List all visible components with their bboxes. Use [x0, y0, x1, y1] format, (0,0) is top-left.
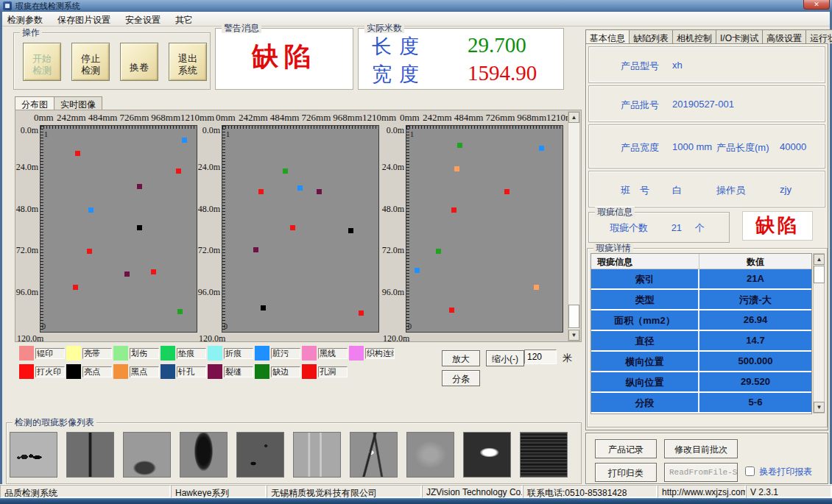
app-icon — [3, 1, 12, 10]
defect-thumbnail-10[interactable] — [520, 432, 568, 478]
op-button-4[interactable]: 退出系统 — [169, 43, 207, 81]
defect-point-red[interactable] — [151, 269, 156, 274]
defect-alert-text: 缺陷 — [755, 215, 800, 236]
close-button[interactable]: ✕ — [803, 0, 830, 10]
defect-thumbnail-1[interactable] — [10, 432, 57, 478]
defect-thumbnail-7[interactable] — [350, 432, 398, 478]
defect-point-purple[interactable] — [124, 271, 130, 277]
op-button-3[interactable]: 换卷 — [120, 43, 158, 81]
defect-point-red[interactable] — [451, 207, 456, 213]
defect-point-blue[interactable] — [415, 268, 420, 273]
product-record-button[interactable]: 产品记录 — [595, 439, 657, 458]
defect-point-green[interactable] — [457, 143, 462, 148]
defect-gallery-groupbox: 检测的瑕疵影像列表 — [6, 422, 582, 484]
defect-point-black[interactable] — [137, 225, 142, 230]
plot-canvas[interactable]: 10 — [406, 125, 563, 333]
table-row-索引[interactable]: 索引21A — [591, 269, 811, 288]
defect-point-purple[interactable] — [137, 184, 142, 189]
tab-基本信息[interactable]: 基本信息 — [585, 29, 630, 43]
defect-thumbnail-8[interactable] — [406, 432, 454, 478]
legend-item-黑线: 黑线 — [302, 346, 349, 361]
defect-point-green[interactable] — [283, 168, 288, 174]
defect-point-purple[interactable] — [317, 189, 322, 194]
menu-item-保存图片设置[interactable]: 保存图片设置 — [50, 12, 118, 26]
field-label: 产品长度(m) — [716, 141, 769, 155]
defect-point-black[interactable] — [261, 305, 266, 310]
defect-point-green[interactable] — [436, 249, 441, 254]
menu-item-检测参数[interactable]: 检测参数 — [0, 12, 50, 26]
defect-point-red[interactable] — [449, 308, 454, 313]
legend-item-黑点: 黑点 — [113, 364, 161, 379]
split-button[interactable]: 分条 — [442, 370, 480, 386]
defect-thumbnail-9[interactable] — [463, 432, 511, 478]
defect-point-green[interactable] — [177, 309, 183, 314]
tab-I/O卡测试[interactable]: I/O卡测试 — [716, 29, 763, 43]
y-axis-tick-label: 0.0m — [197, 125, 220, 136]
scroll-up-icon[interactable]: ▲ — [568, 112, 579, 123]
table-row-分段[interactable]: 分段5-6 — [591, 393, 811, 412]
tab-运行状态信息[interactable]: 运行状态信息 — [805, 29, 832, 43]
defect-point-red[interactable] — [73, 285, 78, 290]
defect-point-blue[interactable] — [539, 146, 544, 151]
defect-thumbnail-3[interactable] — [123, 432, 171, 478]
defect-point-orange[interactable] — [454, 166, 459, 171]
menu-item-其它[interactable]: 其它 — [168, 12, 200, 26]
defect-point-blue[interactable] — [182, 138, 187, 143]
tab-实时图像[interactable]: 实时图像 — [54, 96, 102, 110]
defect-point-red[interactable] — [87, 249, 92, 254]
modify-batch-button[interactable]: 修改目前批次 — [664, 439, 738, 458]
tab-缺陷列表[interactable]: 缺陷列表 — [629, 29, 673, 43]
table-cell-label: 面积（mm2） — [591, 310, 699, 330]
defect-point-red[interactable] — [504, 189, 510, 194]
defect-point-black[interactable] — [348, 228, 353, 233]
defect-point-orange[interactable] — [534, 285, 539, 290]
defect-point-red[interactable] — [176, 168, 181, 174]
x-axis-tick-label: 726mm — [120, 112, 149, 124]
tab-相机控制[interactable]: 相机控制 — [672, 29, 716, 43]
scroll-up-icon[interactable]: ▲ — [814, 254, 825, 265]
table-row-横向位置[interactable]: 横向位置500.000 — [591, 352, 811, 371]
table-row-直径[interactable]: 直径14.7 — [591, 331, 811, 350]
length-range-input[interactable] — [524, 349, 557, 364]
tab-高级设置[interactable]: 高级设置 — [762, 29, 806, 43]
defect-point-blue[interactable] — [88, 207, 94, 213]
defect-point-red[interactable] — [290, 225, 295, 230]
plot-corner-mark-top: 1 — [44, 130, 48, 138]
y-axis-end-label: 120.0m — [17, 333, 43, 344]
table-row-纵向位置[interactable]: 纵向位置29.520 — [591, 372, 811, 391]
defect-count-unit: 个 — [695, 222, 705, 233]
defect-point-purple[interactable] — [253, 247, 258, 252]
read-from-file-button[interactable]: ReadFromFile-SIM — [664, 463, 738, 482]
right-actions-panel: 产品记录 修改目前批次 打印归类 ReadFromFile-SIM 换卷打印报表 — [585, 433, 828, 484]
zoom-in-button[interactable]: 放大(+) — [442, 350, 480, 366]
table-header-info: 瑕疵信息 — [591, 254, 699, 269]
print-classify-button[interactable]: 打印归类 — [595, 463, 657, 482]
scrollbar-thumb[interactable] — [814, 266, 825, 283]
defect-point-red[interactable] — [258, 189, 264, 194]
table-scrollbar[interactable]: ▲ ▼ — [813, 253, 825, 414]
op-button-2[interactable]: 停止检测 — [71, 43, 110, 81]
defect-thumbnail-5[interactable] — [236, 432, 284, 478]
scroll-down-icon[interactable]: ▼ — [568, 330, 579, 341]
defect-point-red[interactable] — [75, 151, 80, 156]
y-axis-tick-label: 48.0m — [197, 204, 220, 215]
table-row-面积（mm2）[interactable]: 面积（mm2）26.94 — [591, 310, 811, 330]
defect-thumbnail-6[interactable] — [293, 432, 341, 478]
tab-分布图[interactable]: 分布图 — [15, 96, 54, 110]
plot-canvas[interactable]: 10 — [222, 125, 379, 333]
scroll-down-icon[interactable]: ▼ — [814, 402, 825, 413]
op-button-1[interactable]: 开始检测 — [23, 43, 61, 81]
table-row-类型[interactable]: 类型污渍-大 — [591, 290, 811, 309]
plot-canvas[interactable]: 10 — [40, 125, 197, 333]
defect-thumbnail-4[interactable] — [180, 432, 228, 478]
scrollbar-thumb[interactable] — [568, 305, 579, 328]
defect-point-blue[interactable] — [297, 185, 303, 191]
defect-point-red[interactable] — [359, 310, 364, 316]
length-value: 29.700 — [468, 33, 526, 57]
table-cell-value: 5-6 — [699, 393, 811, 412]
print-report-checkbox[interactable] — [745, 466, 755, 476]
defect-thumbnail-2[interactable] — [66, 432, 114, 478]
menu-item-安全设置[interactable]: 安全设置 — [118, 12, 168, 26]
plot-scrollbar[interactable]: ▲▼ — [568, 111, 580, 341]
zoom-out-button[interactable]: 缩小(-) — [486, 350, 524, 366]
